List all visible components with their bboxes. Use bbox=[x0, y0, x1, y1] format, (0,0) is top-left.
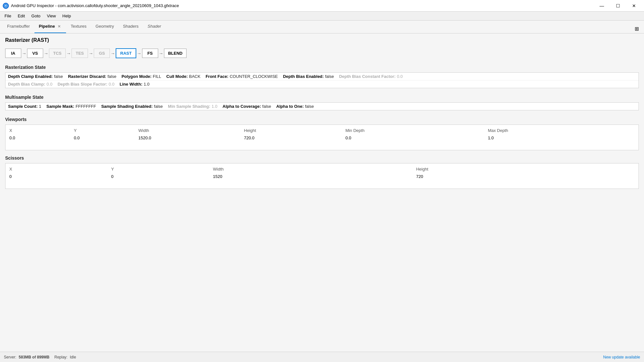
alpha-coverage-label: Alpha to Coverage: bbox=[223, 104, 261, 109]
tab-shaders-label: Shaders bbox=[123, 20, 139, 33]
alpha-coverage-value: false bbox=[262, 104, 271, 109]
depth-bias-slope-value: 0.0 bbox=[109, 82, 114, 87]
tab-framebuffer[interactable]: Framebuffer bbox=[3, 20, 34, 33]
server-label: Server: bbox=[4, 355, 16, 359]
cull-mode-label: Cull Mode: bbox=[166, 74, 187, 79]
arrow-4: → bbox=[88, 51, 94, 56]
multisample-state-title: Multisample State bbox=[5, 95, 639, 100]
scissors-title: Scissors bbox=[5, 155, 639, 161]
scissors-section: X Y Width Height 0 0 1520 720 bbox=[5, 163, 639, 189]
stage-tes[interactable]: TES bbox=[72, 49, 88, 58]
menu-goto[interactable]: Goto bbox=[28, 13, 43, 19]
svg-point-2 bbox=[5, 5, 6, 6]
stage-vs[interactable]: VS bbox=[27, 49, 43, 58]
scissors-height: 720 bbox=[415, 173, 636, 180]
col-y: Y bbox=[72, 127, 137, 134]
sample-shading-label: Sample Shading Enabled: bbox=[101, 104, 153, 109]
scissors-y: 0 bbox=[110, 173, 212, 180]
col-mindepth: Min Depth bbox=[344, 127, 486, 134]
min-sample-shading-value: 1.0 bbox=[212, 104, 217, 109]
tab-pipeline[interactable]: Pipeline ✕ bbox=[34, 20, 66, 33]
stage-blend[interactable]: BLEND bbox=[164, 49, 187, 58]
menu-view[interactable]: View bbox=[44, 13, 59, 19]
tab-pipeline-label: Pipeline bbox=[39, 20, 55, 33]
tab-geometry[interactable]: Geometry bbox=[91, 20, 119, 33]
sc-col-height: Height bbox=[415, 165, 636, 173]
status-server: Server: 583MB of 899MB Replay: Idle bbox=[4, 355, 76, 359]
sc-col-x: X bbox=[8, 165, 110, 173]
depth-bias-enabled-label: Depth Bias Enabled: bbox=[283, 74, 323, 79]
main-content: Rasterizer (RAST) IA → VS → TCS → TES → … bbox=[0, 33, 644, 352]
tabs-bar: Framebuffer Pipeline ✕ Textures Geometry… bbox=[0, 21, 644, 33]
close-button[interactable]: ✕ bbox=[627, 1, 641, 10]
tab-shader-label: Shader bbox=[148, 20, 161, 33]
tab-framebuffer-label: Framebuffer bbox=[7, 20, 30, 33]
min-sample-shading-label: Min Sample Shading: bbox=[168, 104, 210, 109]
stage-fs[interactable]: FS bbox=[142, 49, 158, 58]
depth-bias-cf-label: Depth Bias Constant Factor: bbox=[339, 74, 396, 79]
stage-ia[interactable]: IA bbox=[5, 49, 21, 58]
viewport-x: 0.0 bbox=[8, 134, 72, 142]
sc-col-width: Width bbox=[212, 165, 415, 173]
minimize-button[interactable]: — bbox=[594, 1, 609, 10]
scissors-table: X Y Width Height 0 0 1520 720 bbox=[8, 165, 636, 180]
expand-button[interactable]: ⊞ bbox=[632, 24, 641, 33]
depth-bias-enabled-value: false bbox=[325, 74, 334, 79]
sample-count-value: 1 bbox=[39, 104, 41, 109]
tab-textures[interactable]: Textures bbox=[66, 20, 91, 33]
col-width: Width bbox=[137, 127, 243, 134]
viewports-title: Viewports bbox=[5, 117, 639, 122]
menu-edit[interactable]: Edit bbox=[14, 13, 28, 19]
menu-bar: File Edit Goto View Help bbox=[0, 12, 644, 21]
front-face-label: Front Face: bbox=[206, 74, 228, 79]
depth-bias-clamp-label: Depth Bias Clamp: bbox=[8, 82, 45, 87]
sample-mask-label: Sample Mask: bbox=[46, 104, 74, 109]
tab-pipeline-close[interactable]: ✕ bbox=[57, 20, 62, 33]
cull-mode-value: BACK bbox=[189, 74, 200, 79]
viewport-mindepth: 0.0 bbox=[344, 134, 486, 142]
app-icon bbox=[3, 3, 9, 9]
pipeline-stages: IA → VS → TCS → TES → GS → RAST → FS → B… bbox=[5, 48, 639, 58]
col-height: Height bbox=[243, 127, 344, 134]
stage-gs[interactable]: GS bbox=[94, 49, 110, 58]
multisample-state-table: Sample Count: 1 Sample Mask: FFFFFFFF Sa… bbox=[5, 102, 639, 110]
window-controls: — ☐ ✕ bbox=[594, 1, 641, 10]
viewport-row: 0.0 0.0 1520.0 720.0 0.0 1.0 bbox=[8, 134, 636, 142]
stage-tcs[interactable]: TCS bbox=[49, 49, 66, 58]
polygon-mode-value: FILL bbox=[153, 74, 161, 79]
rasterization-state-table: Depth Clamp Enabled: false Rasterizer Di… bbox=[5, 72, 639, 88]
line-width-label: Line Width: bbox=[120, 82, 142, 87]
polygon-mode-label: Polygon Mode: bbox=[121, 74, 151, 79]
viewport-width: 1520.0 bbox=[137, 134, 243, 142]
stage-rast[interactable]: RAST bbox=[116, 48, 136, 58]
server-value: 583MB of 899MB bbox=[19, 355, 49, 359]
viewport-y: 0.0 bbox=[72, 134, 137, 142]
col-maxdepth: Max Depth bbox=[486, 127, 636, 134]
depth-bias-cf-value: 0.0 bbox=[397, 74, 403, 79]
rasterization-row-2: Depth Bias Clamp: 0.0 Depth Bias Slope F… bbox=[5, 80, 639, 88]
maximize-button[interactable]: ☐ bbox=[610, 1, 625, 10]
title-bar: Android GPU Inspector - com.activision.c… bbox=[0, 0, 644, 12]
tab-shaders[interactable]: Shaders bbox=[119, 20, 143, 33]
sample-mask-value: FFFFFFFF bbox=[76, 104, 96, 109]
multisample-row-1: Sample Count: 1 Sample Mask: FFFFFFFF Sa… bbox=[5, 103, 639, 110]
depth-bias-slope-label: Depth Bias Slope Factor: bbox=[58, 82, 108, 87]
arrow-5: → bbox=[110, 51, 116, 56]
menu-file[interactable]: File bbox=[1, 13, 14, 19]
alpha-one-value: false bbox=[305, 104, 314, 109]
menu-help[interactable]: Help bbox=[59, 13, 74, 19]
sample-count-label: Sample Count: bbox=[8, 104, 38, 109]
arrow-7: → bbox=[158, 51, 164, 56]
depth-bias-clamp-value: 0.0 bbox=[47, 82, 53, 87]
rast-discard-value: false bbox=[108, 74, 116, 79]
tab-shader[interactable]: Shader bbox=[143, 20, 166, 33]
arrow-2: → bbox=[43, 51, 49, 56]
viewport-maxdepth: 1.0 bbox=[486, 134, 636, 142]
viewport-height: 720.0 bbox=[243, 134, 344, 142]
update-link[interactable]: New update available bbox=[603, 355, 640, 359]
rast-discard-label: Rasterizer Discard: bbox=[68, 74, 106, 79]
window-title: Android GPU Inspector - com.activision.c… bbox=[11, 3, 179, 8]
scissors-x: 0 bbox=[8, 173, 110, 180]
tab-textures-label: Textures bbox=[71, 20, 86, 33]
scissors-width: 1520 bbox=[212, 173, 415, 180]
